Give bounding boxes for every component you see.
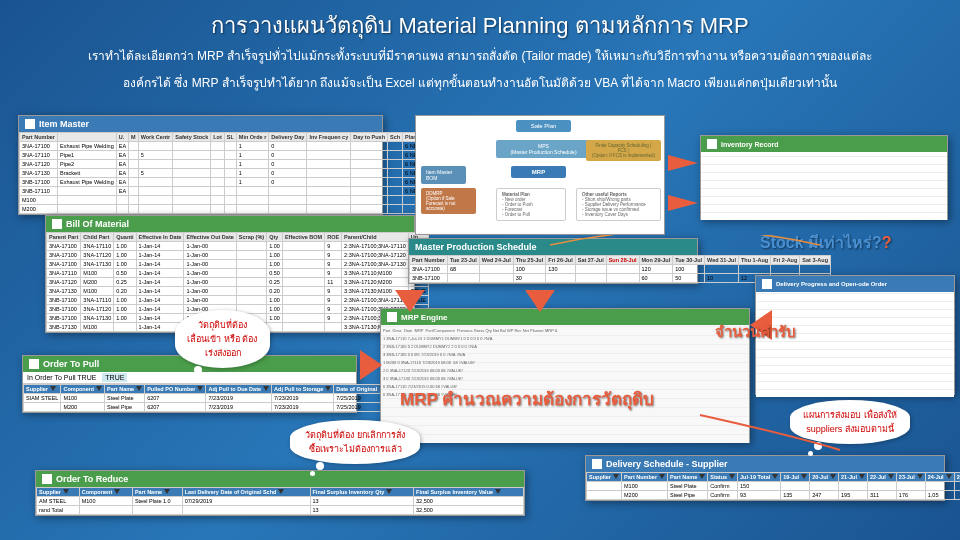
diag-matplan: Material Plan- New order - Order to Push… <box>496 188 566 221</box>
diag-mrp: MRP <box>511 166 566 178</box>
subtitle-1: เราทำได้ละเอียดกว่า MRP สำเร็จรูปทั่วไปแ… <box>0 43 960 70</box>
callout-delivery: แผนการส่งมอบ เพื่อส่งให้ suppliers ส่งมอ… <box>790 400 910 444</box>
panel-head-order-reduce: Order To Reduce <box>36 471 524 487</box>
page-title: การวางแผนวัตถุดิบ Material Planning ตามห… <box>0 0 960 43</box>
list-icon <box>707 139 717 149</box>
panel-mps: Master Production Schedule Part NumberTu… <box>408 238 698 284</box>
list-icon <box>592 459 602 469</box>
delivery-prog-grid <box>756 292 954 397</box>
list-icon <box>52 219 62 229</box>
inventory-grid <box>701 152 947 220</box>
diag-sale-plan: Sale Plan <box>516 120 571 132</box>
callout-reduce: วัตถุดิบที่ต้อง ยกเลิกการสั่งซื้อเพราะไม… <box>290 420 420 464</box>
panel-mrp-engine: MRP Engine Part Desc Date MRP Part/Compo… <box>380 308 750 443</box>
list-icon <box>42 474 52 484</box>
panel-item-master: Item Master Part NumberU.MWork CentrSafe… <box>18 115 383 215</box>
table-order-pull: SupplierComponentPart NamePulled PO Numb… <box>23 384 420 412</box>
mrp-grid: Part Desc Date MRP Part/Component Previo… <box>381 325 749 443</box>
list-icon <box>25 119 35 129</box>
arrow-icon <box>668 195 698 211</box>
diag-mps: MPS(Master Production Schedule) <box>496 140 591 158</box>
arrow-icon <box>668 155 698 171</box>
label-stock: Stock มีเท่าไหร่?? <box>760 230 892 255</box>
list-icon <box>29 359 39 369</box>
panel-head-inventory: Inventory Record <box>701 136 947 152</box>
diag-fcs: Finite Capacity Scheduling ( FCS )(Optio… <box>586 140 661 161</box>
list-icon <box>762 279 772 289</box>
panel-head-bom: Bill Of Material <box>46 216 414 232</box>
diag-reports: Other useful Reports- Short ship/Wrong p… <box>576 188 661 221</box>
panel-head-item-master: Item Master <box>19 116 382 132</box>
callout-pull: วัตถุดิบที่ต้อง เลื่อนเข้า หรือ ต้องเร่ง… <box>175 310 270 368</box>
arrow-icon <box>525 290 555 312</box>
panel-head-mrp-engine: MRP Engine <box>381 309 749 325</box>
subtitle-2: องค์กรได้ ซึ่ง MRP สำเร็จรูปทำได้ยาก ถึง… <box>0 70 960 97</box>
arrow-icon <box>360 350 382 380</box>
panel-inventory: Inventory Record <box>700 135 948 220</box>
list-icon <box>387 312 397 322</box>
diag-ddmrp: DDMRP(Option if Sale Forecast is not acc… <box>421 188 476 214</box>
table-order-reduce: SupplierComponentPart NameLast Delivery … <box>36 487 524 515</box>
label-mrp-calc: MRP คำนวณความต้องการวัตถุดิบ <box>400 385 654 412</box>
panel-head-delivery: Delivery Schedule - Supplier <box>586 456 944 472</box>
panel-delivery: Delivery Schedule - Supplier SupplierPar… <box>585 455 945 501</box>
label-qty: จำนวนคำรับ <box>715 320 796 344</box>
panel-diagram: Sale Plan MPS(Master Production Schedule… <box>415 115 665 235</box>
panel-head-mps: Master Production Schedule <box>409 239 697 255</box>
panel-head-delivery-prog: Delivery Progress and Open-ode Order <box>756 276 954 292</box>
panel-order-reduce: Order To Reduce SupplierComponentPart Na… <box>35 470 525 516</box>
arrow-icon <box>395 290 425 312</box>
table-delivery: SupplierPart NumberPart NameStatusJul-19… <box>586 472 960 500</box>
diag-item: Item Master BOM <box>421 166 466 184</box>
panel-order-pull: Order To Pull In Order To Pull TRUE TRUE… <box>22 355 357 413</box>
